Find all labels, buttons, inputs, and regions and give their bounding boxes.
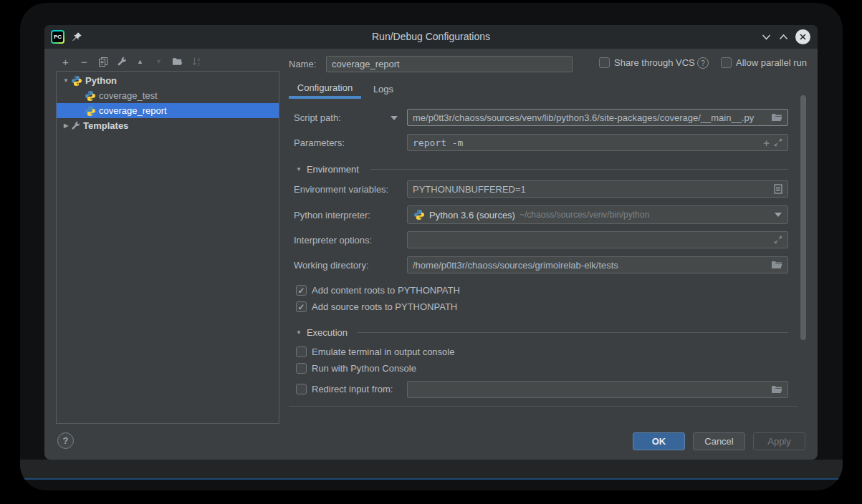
desktop-bottom-strip [20,460,843,480]
python-icon [413,209,425,220]
copy-configuration-button[interactable] [97,55,108,68]
svg-text:a: a [197,57,200,62]
section-collapse-icon[interactable]: ▼ [296,329,302,336]
expand-field-icon[interactable] [774,138,782,147]
form-scrollbar[interactable] [800,95,806,340]
rollup-icon[interactable] [761,33,772,41]
wrench-icon [117,57,127,67]
expand-closed-icon[interactable]: ▶ [61,122,71,129]
form-bottom-divider [289,406,798,407]
add-content-roots-checkbox[interactable]: ✓ Add content roots to PYTHONPATH [296,285,460,296]
create-folder-button[interactable] [172,55,183,68]
tree-item-python-group[interactable]: ▼ Python [57,73,279,88]
browse-folder-icon[interactable] [771,385,782,394]
python-icon [85,90,96,102]
checkbox-label: Allow parallel run [736,57,807,68]
configurations-tree: ▼ Python coverage_test cover [56,71,279,424]
script-path-field[interactable]: me/p0tt3r/chaoss/sources/venv/lib/python… [407,109,788,126]
python-icon [85,105,96,117]
environment-variables-field[interactable]: PYTHONUNBUFFERED=1 [407,180,788,198]
allow-parallel-run-checkbox[interactable]: Allow parallel run [721,57,807,68]
edit-templates-button[interactable] [116,55,127,68]
add-macro-icon[interactable]: + [763,137,770,149]
tree-item-label: coverage_test [99,90,158,101]
checkbox-label: Run with Python Console [312,363,416,374]
copy-icon [98,57,108,67]
environment-section-header[interactable]: ▼ Environment [296,164,359,175]
expand-open-icon[interactable]: ▼ [61,77,71,84]
run-with-python-console-checkbox[interactable]: Run with Python Console [296,363,416,374]
desktop-background: PC Run/Debug Configurations [20,3,843,490]
checkbox-label: Share through VCS [614,57,695,68]
script-path-mode-dropdown-icon[interactable] [391,116,398,120]
chevron-down-icon[interactable] [775,213,782,217]
maximize-icon[interactable] [778,33,789,41]
edit-variables-icon[interactable] [774,184,782,194]
checkbox-box[interactable] [296,363,307,374]
parameters-field[interactable]: report -m + [407,134,788,151]
browse-folder-icon[interactable] [771,113,782,122]
cancel-button[interactable]: Cancel [693,432,745,450]
tree-item-templates[interactable]: ▶ Templates [57,118,279,133]
checkbox-box[interactable] [296,384,307,394]
name-input[interactable] [326,56,573,72]
close-button[interactable] [795,29,810,44]
tree-item-coverage-report-selected[interactable]: coverage_report [57,103,279,118]
emulate-terminal-checkbox[interactable]: Emulate terminal in output console [296,346,454,357]
parameters-label: Parameters: [294,137,345,148]
working-directory-field[interactable]: /home/p0tt3r/chaoss/sources/grimoirelab-… [407,256,788,273]
tab-configuration[interactable]: Configuration [289,79,361,99]
interpreter-options-label: Interpreter options: [294,235,372,246]
share-through-vcs-checkbox[interactable]: Share through VCS [599,57,695,68]
run-debug-configurations-dialog: PC Run/Debug Configurations [44,25,818,460]
checkbox-box[interactable] [721,57,732,68]
add-configuration-button[interactable]: + [60,55,71,68]
interpreter-options-field[interactable] [407,231,788,248]
python-interpreter-select[interactable]: Python 3.6 (sources) ~/chaoss/sources/ve… [407,205,788,224]
checkbox-label: Emulate terminal in output console [312,346,454,357]
tab-logs[interactable]: Logs [361,79,406,99]
script-path-label: Script path: [294,112,341,123]
python-icon [71,75,82,87]
new-folder-icon [172,57,183,67]
checkbox-label: Add content roots to PYTHONPATH [312,285,460,296]
wrench-icon [71,121,80,130]
dialog-titlebar: PC Run/Debug Configurations [44,25,818,49]
configurations-toolbar: + − ▲ ▼ [60,54,201,69]
section-divider [370,169,788,170]
apply-button: Apply [753,432,805,450]
section-divider [358,332,788,333]
remove-configuration-button[interactable]: − [79,55,90,68]
tree-item-label: Templates [83,120,128,131]
browse-folder-icon[interactable] [771,261,782,270]
move-down-button[interactable]: ▼ [153,55,164,68]
redirect-input-checkbox[interactable]: Redirect input from: [296,384,393,394]
sort-configurations-button[interactable]: a z [191,55,201,68]
dialog-title: Run/Debug Configurations [44,25,818,49]
checkbox-box[interactable]: ✓ [296,285,307,296]
add-source-roots-checkbox[interactable]: ✓ Add source roots to PYTHONPATH [296,301,457,312]
expand-field-icon[interactable] [774,236,782,244]
tree-item-coverage-test[interactable]: coverage_test [57,88,279,103]
environment-variables-label: Environment variables: [294,184,388,195]
checkbox-box[interactable] [296,346,307,357]
svg-text:z: z [197,62,199,67]
checkbox-box[interactable]: ✓ [296,301,307,312]
execution-section-header[interactable]: ▼ Execution [296,327,348,338]
tree-item-label: Python [85,75,117,86]
section-collapse-icon[interactable]: ▼ [296,166,302,173]
name-label: Name: [289,59,316,69]
checkbox-label: Add source roots to PYTHONPATH [312,301,457,312]
tree-item-label: coverage_report [99,105,167,116]
checkbox-box[interactable] [599,57,610,68]
vcs-help-icon[interactable]: ? [697,57,709,69]
python-interpreter-label: Python interpreter: [294,210,370,220]
working-directory-label: Working directory: [294,260,369,271]
checkbox-label: Redirect input from: [312,384,393,394]
sort-az-icon: a z [191,57,201,67]
redirect-input-field[interactable] [407,381,788,398]
window-controls [761,25,810,49]
ok-button[interactable]: OK [633,432,685,450]
move-up-button[interactable]: ▲ [135,55,145,68]
help-button[interactable]: ? [57,432,74,449]
